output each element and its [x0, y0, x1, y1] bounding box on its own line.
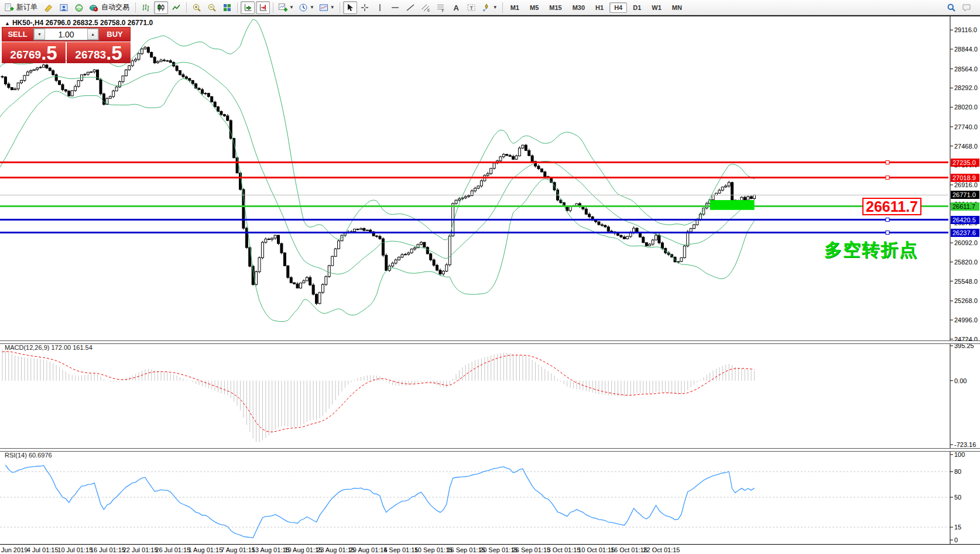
time-axis-label: 29 Aug 01:15 — [349, 546, 388, 553]
chevron-down-icon: ▼ — [310, 5, 314, 10]
shapes-icon — [482, 3, 492, 12]
shapes-menu-button[interactable]: ▼ — [480, 1, 499, 14]
hline-price-badge: 26611.7 — [951, 202, 979, 211]
indicators-menu-button[interactable]: ▼ — [276, 1, 296, 14]
periods-menu-button[interactable]: ▼ — [297, 1, 316, 14]
data-window-button[interactable] — [57, 1, 71, 14]
price-callout-label[interactable]: 26611.7 — [862, 198, 921, 215]
volume-field[interactable]: 1.00 — [45, 29, 87, 40]
sell-price[interactable]: 26769.5 — [2, 42, 66, 63]
candlestick-chart-button[interactable] — [154, 1, 168, 14]
time-axis[interactable]: 27 Jun 20194 Jul 01:1510 Jul 01:1516 Jul… — [0, 544, 980, 554]
new-order-button[interactable]: 新订单 — [2, 1, 40, 14]
data-window-icon — [59, 3, 69, 12]
label-button[interactable]: T — [465, 1, 479, 14]
timeframe-m5-button[interactable]: M5 — [525, 2, 543, 13]
timeframe-m30-button[interactable]: M30 — [568, 2, 590, 13]
trade-panel-top-row: SELL ▼ 1.00 ▲ BUY — [2, 27, 131, 42]
toolbar-separator — [186, 2, 187, 13]
zoom-in-button[interactable] — [190, 1, 204, 14]
auto-scroll-button[interactable] — [241, 1, 255, 14]
line-chart-icon — [172, 3, 181, 12]
collapse-triangle-icon[interactable]: ▲ — [5, 20, 10, 26]
templates-menu-button[interactable]: ▼ — [317, 1, 337, 14]
buy-button[interactable]: BUY — [100, 27, 130, 41]
sell-button[interactable]: SELL — [2, 27, 33, 41]
macd-axis-tick: 0.00 — [954, 377, 967, 384]
chat-button[interactable] — [960, 1, 974, 14]
timeframe-mn-button[interactable]: MN — [667, 2, 687, 13]
autotrading-button[interactable]: 自动交易 — [87, 1, 132, 14]
search-icon — [947, 3, 957, 12]
autotrading-button-label: 自动交易 — [100, 2, 131, 12]
price-axis-tick: 26092.0 — [954, 239, 978, 246]
hline-icon — [390, 3, 400, 12]
timeframe-h4-button[interactable]: H4 — [609, 2, 627, 13]
cursor-button[interactable] — [343, 1, 357, 14]
tile-windows-button[interactable] — [220, 1, 234, 14]
toolbar-separator — [502, 2, 503, 13]
buy-price-main: 26783 — [75, 47, 106, 63]
quote-bar: ▲HK50-,H4 26796.0 26832.5 26758.0 26771.… — [5, 19, 153, 27]
mt4-window: 新订单自动交易▼▼▼EFAT▼M1M5M15M30H1H4D1W1MN ▲HK5… — [0, 0, 980, 554]
volume-up-button[interactable]: ▲ — [87, 29, 98, 40]
signals-button[interactable] — [72, 1, 86, 14]
macd-indicator-label: MACD(12,26,9) 172.00 161.54 — [5, 344, 92, 351]
price-axis-tick: 25268.0 — [954, 297, 978, 304]
rsi-axis-tick: 15 — [954, 524, 961, 531]
bar-chart-icon — [141, 3, 151, 12]
line-chart-button[interactable] — [169, 1, 183, 14]
time-axis-label: 22 Jul 01:15 — [123, 546, 158, 553]
toolbar: 新订单自动交易▼▼▼EFAT▼M1M5M15M30H1H4D1W1MN — [0, 0, 980, 15]
one-click-trade-panel: SELL ▼ 1.00 ▲ BUY 26769.5 26783.5 — [2, 27, 131, 63]
toolbar-separator — [273, 2, 273, 13]
volume-down-button[interactable]: ▼ — [34, 29, 45, 40]
timeframe-m15-button[interactable]: M15 — [544, 2, 566, 13]
buy-price[interactable]: 26783.5 — [67, 42, 131, 63]
hline-price-badge: 26237.6 — [951, 229, 979, 237]
toolbar-separator — [135, 2, 136, 13]
trendline-icon — [406, 3, 416, 12]
crosshair-button[interactable] — [358, 1, 372, 14]
timeframe-m1-button[interactable]: M1 — [506, 2, 524, 13]
timeframe-d1-button[interactable]: D1 — [628, 2, 646, 13]
turning-point-annotation[interactable]: 多空转折点 — [824, 238, 918, 262]
zoom-out-button[interactable] — [205, 1, 219, 14]
chat-icon — [962, 3, 972, 12]
time-axis-label: 4 Jul 01:15 — [27, 546, 59, 553]
text-button[interactable]: A — [450, 1, 464, 14]
crosshair-icon — [360, 3, 370, 12]
chart-shift-icon — [258, 3, 268, 12]
hline-button[interactable] — [389, 1, 403, 14]
timeframe-w1-button[interactable]: W1 — [647, 2, 666, 13]
channel-button[interactable]: E — [419, 1, 433, 14]
hline-price-badge: 27018.9 — [951, 174, 979, 182]
candlestick-chart-icon — [156, 3, 166, 12]
price-axis-tick: 28844.0 — [954, 46, 978, 53]
chart-canvas[interactable] — [0, 0, 980, 554]
timeframe-h1-button[interactable]: H1 — [591, 2, 608, 13]
price-axis-tick: 29116.0 — [954, 26, 977, 33]
svg-text:F: F — [442, 8, 444, 12]
bar-chart-button[interactable] — [139, 1, 153, 14]
fibonacci-button[interactable]: F — [434, 1, 448, 14]
cursor-icon — [345, 3, 355, 12]
rsi-axis-tick: 50 — [954, 494, 961, 501]
rsi-axis-tick: 0 — [954, 536, 958, 543]
search-button[interactable] — [944, 1, 958, 14]
time-axis-label: 16 Jul 01:15 — [90, 546, 125, 553]
styler-button[interactable] — [42, 1, 56, 14]
vline-button[interactable] — [374, 1, 388, 14]
volume-stepper: ▼ 1.00 ▲ — [33, 28, 99, 40]
chart-shift-button[interactable] — [256, 1, 270, 14]
macd-pane-separator[interactable] — [0, 340, 980, 344]
new-order-icon — [4, 3, 14, 12]
tile-windows-icon — [222, 3, 232, 12]
rsi-pane-separator[interactable] — [0, 448, 980, 452]
rsi-axis-tick: 100 — [954, 451, 965, 458]
time-axis-label: 3 Oct 01:15 — [547, 546, 581, 553]
trendline-button[interactable] — [404, 1, 418, 14]
price-axis-tick: 28020.0 — [954, 104, 978, 111]
zoom-in-icon — [192, 3, 202, 12]
time-axis-label: 16 Oct 01:15 — [611, 546, 647, 553]
